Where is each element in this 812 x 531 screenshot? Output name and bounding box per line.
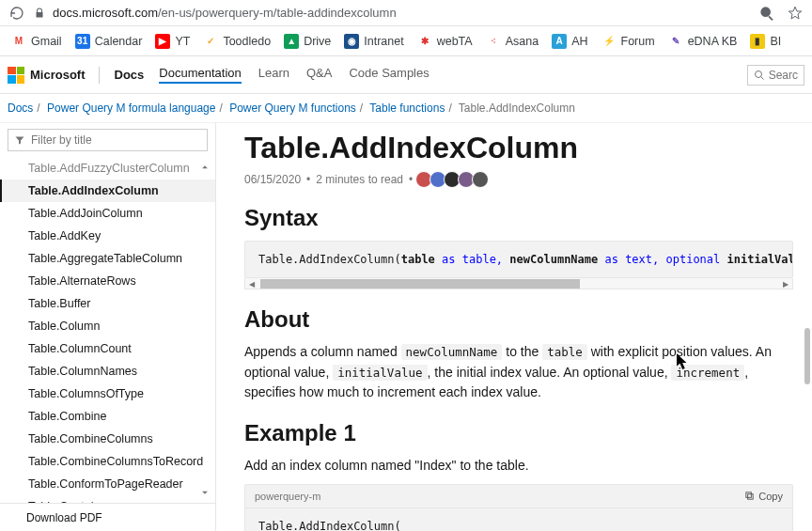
read-time: 2 minutes to read (316, 173, 403, 186)
filter-icon (14, 134, 25, 146)
nav-item[interactable]: Table.CombineColumns (0, 428, 215, 450)
example-code: Table.AddIndexColumn( Table.FromRecords(… (245, 508, 792, 531)
nav-list: Table.AddFuzzyClusterColumnTable.AddInde… (0, 157, 215, 503)
bookmark-toodledo[interactable]: ✓Toodledo (203, 34, 271, 49)
nav-item[interactable]: Table.AddIndexColumn (0, 180, 215, 202)
code-initialvalue: initialValue (333, 365, 427, 381)
docs-link[interactable]: Docs (100, 68, 160, 82)
scroll-right-icon[interactable]: ▶ (779, 278, 792, 289)
download-pdf-label: Download PDF (26, 511, 102, 524)
bookmark-intranet[interactable]: ◉Intranet (344, 34, 403, 49)
nav-item[interactable]: Table.AddJoinColumn (0, 202, 215, 225)
url-bar[interactable]: docs.microsoft.com/en-us/powerquery-m/ta… (34, 6, 750, 20)
copy-icon (744, 491, 755, 501)
syntax-code: Table.AddIndexColumn(table as table, new… (244, 241, 793, 278)
scroll-left-icon[interactable]: ◀ (245, 278, 258, 289)
about-text: Appends a column named newColumnName to … (244, 342, 793, 403)
filter-input[interactable]: Filter by title (8, 129, 208, 151)
crumb-current: Table.AddIndexColumn (459, 102, 575, 115)
bookmark-drive[interactable]: ▲Drive (284, 34, 331, 49)
svg-rect-3 (746, 492, 752, 498)
copy-label: Copy (758, 491, 783, 502)
bookmark-calendar[interactable]: 31Calendar (75, 34, 143, 49)
microsoft-logo-icon (8, 67, 24, 84)
nav-item[interactable]: Table.AggregateTableColumn (0, 247, 215, 270)
svg-rect-2 (748, 494, 754, 500)
tab-documentation[interactable]: Documentation (159, 66, 241, 84)
content-scrollbar[interactable] (804, 328, 810, 384)
example-text: Add an index column named "Index" to the… (244, 456, 793, 476)
bookmark-webta[interactable]: ✱webTA (417, 34, 473, 49)
syntax-heading: Syntax (244, 205, 793, 231)
nav-item[interactable]: Table.Column (0, 315, 215, 337)
code-increment: increment (671, 365, 744, 381)
bookmark-forum[interactable]: ⚡Forum (601, 34, 655, 49)
search-placeholder: Searc (769, 69, 798, 82)
search-icon (754, 70, 765, 81)
contributors[interactable] (418, 171, 489, 188)
reload-icon[interactable] (9, 6, 24, 21)
page-meta: 06/15/2020 • 2 minutes to read • (244, 171, 793, 188)
about-heading: About (244, 306, 793, 333)
crumb-functions[interactable]: Power Query M functions (229, 102, 356, 115)
svg-point-0 (755, 70, 761, 77)
bookmark-asana[interactable]: ⁖Asana (486, 34, 539, 49)
bookmark-yt[interactable]: ▶YT (155, 34, 190, 49)
code-scrollbar[interactable]: ◀ ▶ (244, 278, 793, 289)
nav-item[interactable]: Table.AlternateRows (0, 270, 215, 292)
filter-placeholder: Filter by title (31, 133, 92, 147)
nav-item[interactable]: Table.Combine (0, 405, 215, 428)
crumb-table-functions[interactable]: Table functions (369, 102, 445, 115)
bookmark-bi[interactable]: ▮BI (750, 34, 781, 49)
page-title: Table.AddIndexColumn (244, 131, 793, 165)
nav-item[interactable]: Table.Buffer (0, 292, 215, 315)
nav-item[interactable]: Table.AddFuzzyClusterColumn (0, 157, 215, 180)
site-search[interactable]: Searc (747, 65, 804, 86)
tab-qa[interactable]: Q&A (306, 66, 332, 84)
crumb-language[interactable]: Power Query M formula language (47, 102, 215, 115)
bookmarks-bar: MGmail 31Calendar ▶YT ✓Toodledo ▲Drive ◉… (0, 26, 812, 56)
site-header: Microsoft Docs Documentation Learn Q&A C… (0, 56, 812, 94)
bookmark-edna[interactable]: ✎eDNA KB (668, 34, 738, 49)
brand-text: Microsoft (30, 68, 86, 82)
download-icon (9, 512, 21, 523)
crumb-docs[interactable]: Docs (8, 102, 33, 115)
nav-item[interactable]: Table.ColumnsOfType (0, 383, 215, 405)
scroll-down-icon[interactable] (198, 486, 211, 499)
nav-item[interactable]: Table.CombineColumnsToRecord (0, 450, 215, 473)
content-area: Table.AddIndexColumn 06/15/2020 • 2 minu… (216, 123, 812, 531)
nav-item[interactable]: Table.AddKey (0, 225, 215, 247)
code-newcolumnname: newColumnName (401, 344, 503, 360)
bookmark-gmail[interactable]: MGmail (11, 34, 62, 49)
tab-code-samples[interactable]: Code Samples (349, 66, 429, 84)
microsoft-logo[interactable]: Microsoft (8, 67, 100, 84)
nav-item[interactable]: Table.ConformToPageReader (0, 473, 215, 495)
example-code-box: powerquery-m Copy Table.AddIndexColumn( … (244, 484, 793, 531)
nav-item[interactable]: Table.Contains (0, 495, 215, 503)
header-tabs: Documentation Learn Q&A Code Samples (159, 66, 746, 84)
nav-item[interactable]: Table.ColumnCount (0, 337, 215, 360)
nav-item[interactable]: Table.ColumnNames (0, 360, 215, 383)
download-pdf-button[interactable]: Download PDF (0, 503, 215, 531)
bookmark-ah[interactable]: AAH (552, 34, 587, 49)
svg-line-1 (760, 76, 763, 79)
omnibox-search-icon[interactable] (759, 6, 774, 21)
code-table: table (542, 344, 587, 360)
page-date: 06/15/2020 (244, 173, 301, 186)
avatar (472, 171, 489, 188)
url-text: docs.microsoft.com/en-us/powerquery-m/ta… (53, 6, 397, 20)
browser-toolbar: docs.microsoft.com/en-us/powerquery-m/ta… (0, 0, 812, 26)
breadcrumb: Docs/ Power Query M formula language/ Po… (0, 94, 812, 123)
example-heading: Example 1 (244, 420, 793, 446)
lock-icon (34, 8, 45, 19)
copy-button[interactable]: Copy (744, 491, 783, 502)
sidebar: Filter by title Table.AddFuzzyClusterCol… (0, 123, 216, 531)
code-lang-label: powerquery-m (255, 491, 320, 502)
scrollbar-thumb[interactable] (260, 279, 580, 289)
bookmark-star-icon[interactable] (788, 6, 803, 21)
tab-learn[interactable]: Learn (258, 66, 289, 84)
